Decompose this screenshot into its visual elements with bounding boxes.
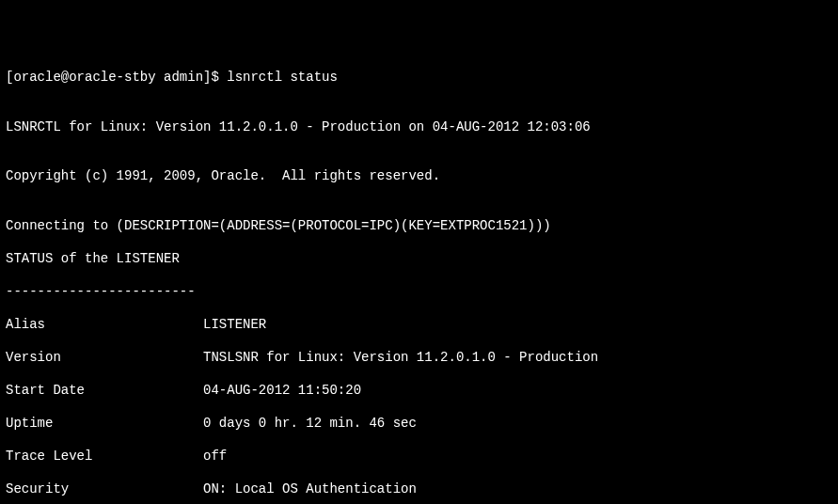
kv-version: VersionTNSLSNR for Linux: Version 11.2.0… [6,350,832,367]
kv-alias: AliasLISTENER [6,317,832,334]
kv-label: Trace Level [6,449,203,465]
status-header: STATUS of the LISTENER [6,251,832,268]
kv-value: ON: Local OS Authentication [203,481,417,496]
copyright-line: Copyright (c) 1991, 2009, Oracle. All ri… [6,168,832,185]
kv-uptime: Uptime0 days 0 hr. 12 min. 46 sec [6,416,832,433]
kv-security: SecurityON: Local OS Authentication [6,481,832,498]
kv-label: Alias [6,317,203,334]
prompt-line-1: [oracle@oracle-stby admin]$ lsnrctl stat… [6,70,832,87]
dashes-line: ------------------------ [6,284,832,301]
kv-label: Uptime [6,416,203,433]
kv-value: off [203,449,227,464]
kv-value: 04-AUG-2012 11:50:20 [203,383,361,398]
kv-label: Security [6,481,203,498]
lsnrctl-header: LSNRCTL for Linux: Version 11.2.0.1.0 - … [6,119,832,136]
kv-value: LISTENER [203,317,266,332]
kv-label: Version [6,350,203,367]
command-text: lsnrctl status [227,70,338,85]
kv-start-date: Start Date04-AUG-2012 11:50:20 [6,383,832,400]
connecting-line: Connecting to (DESCRIPTION=(ADDRESS=(PRO… [6,218,832,235]
shell-prompt: [oracle@oracle-stby admin]$ [6,70,227,85]
kv-value: 0 days 0 hr. 12 min. 46 sec [203,416,417,431]
kv-trace-level: Trace Leveloff [6,449,832,465]
kv-label: Start Date [6,383,203,400]
kv-value: TNSLSNR for Linux: Version 11.2.0.1.0 - … [203,350,598,365]
